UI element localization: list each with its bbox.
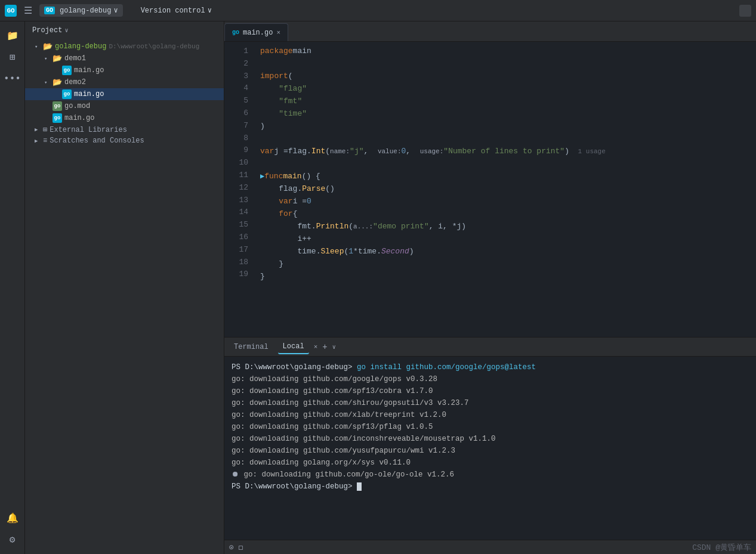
tab-bar: go main.go ×	[224, 21, 756, 42]
file-root-main-go[interactable]: go main.go	[25, 112, 224, 124]
editor-area: go main.go × 1 2 3 4 5 6 7 8 9 10 11 12 …	[224, 21, 756, 554]
folder-demo1[interactable]: ▾ 📂 demo1	[25, 52, 224, 64]
scratches-icon: ≡	[43, 137, 47, 145]
bottom-icon-2[interactable]: ◻	[239, 543, 243, 552]
go-mod-icon: go	[53, 101, 62, 111]
panel-title: Project	[32, 26, 62, 35]
code-line-18: }	[260, 258, 756, 271]
more-icon[interactable]: •••	[3, 69, 22, 88]
code-line-19: }	[260, 271, 756, 283]
tab-filename: main.go	[243, 29, 273, 37]
terminal-tab-bar: Terminal Local × + ∨	[224, 338, 756, 357]
root-main-go-icon: go	[53, 113, 62, 123]
root-main-label: main.go	[64, 114, 94, 122]
term-line-7: go: downloading github.com/yusufpapurcu/…	[232, 445, 749, 457]
root-name: golang-debug	[55, 42, 106, 51]
term-line-1: go: downloading github.com/google/gops v…	[232, 373, 749, 385]
scratches-arrow: ▶	[35, 138, 43, 144]
scratches-label: Scratches and Consoles	[50, 137, 144, 145]
main-layout: 📁 ⊞ ••• 🔔 ⚙ Project ∨ ▾ 📂 golang-debug D…	[0, 21, 756, 554]
demo2-main-label: main.go	[74, 90, 104, 98]
term-line-8: go: downloading golang.org/x/sys v0.11.0	[232, 457, 749, 469]
sidebar-bottom: 🔔 ⚙	[3, 509, 22, 549]
title-bar-right-icon	[739, 5, 751, 17]
go-badge: GO	[44, 7, 55, 14]
project-panel-header[interactable]: Project ∨	[25, 21, 224, 39]
app-logo: GO	[5, 5, 17, 17]
term-line-prompt: PS D:\wwwroot\golang-debug> go install g…	[232, 361, 749, 373]
term-line-6: go: downloading github.com/inconshreveab…	[232, 433, 749, 445]
tab-main-go[interactable]: go main.go ×	[224, 23, 288, 41]
file-demo1-main-go[interactable]: go main.go	[25, 64, 224, 76]
code-line-11: ▶ func main () {	[260, 171, 756, 183]
root-expand-arrow: ▾	[35, 44, 43, 50]
term-line-3: go: downloading github.com/shirou/gopsut…	[232, 397, 749, 409]
demo1-expand-arrow: ▾	[44, 55, 53, 62]
code-line-2	[260, 58, 756, 70]
term-line-5: go: downloading github.com/spf13/pflag v…	[232, 421, 749, 433]
root-folder-icon: 📂	[43, 42, 53, 51]
demo1-main-go-icon: go	[62, 66, 72, 75]
tab-local[interactable]: Local	[278, 340, 309, 354]
hamburger-menu[interactable]: ☰	[24, 5, 32, 17]
code-line-10	[260, 158, 756, 171]
code-line-13: var i = 0	[260, 196, 756, 208]
notification-icon[interactable]: 🔔	[3, 509, 22, 528]
bottom-bar: ⊙ ◻ CSDN @黄昏单车	[224, 540, 756, 554]
terminal-area: Terminal Local × + ∨ PS D:\wwwroot\golan…	[224, 337, 756, 540]
tab-terminal-label: Terminal	[234, 343, 269, 351]
code-line-14: for {	[260, 208, 756, 221]
code-line-6: "time"	[260, 108, 756, 120]
code-line-1: package main	[260, 45, 756, 58]
structure-icon[interactable]: ⊞	[3, 48, 22, 67]
file-demo2-main-go[interactable]: go main.go	[25, 88, 224, 100]
terminal-add-button[interactable]: +	[322, 342, 327, 352]
version-control-chevron: ∨	[208, 6, 212, 15]
code-editor[interactable]: 1 2 3 4 5 6 7 8 9 10 11 12 13 14 15 16 1…	[224, 42, 756, 337]
settings-icon[interactable]: ⚙	[3, 530, 22, 549]
demo1-folder-icon: 📂	[53, 54, 62, 63]
file-go-mod[interactable]: go go.mod	[25, 100, 224, 112]
watermark: CSDN @黄昏单车	[692, 542, 751, 553]
terminal-chevron[interactable]: ∨	[332, 343, 336, 351]
folder-demo2[interactable]: ▾ 📂 demo2	[25, 76, 224, 88]
demo2-expand-arrow: ▾	[44, 79, 53, 86]
demo1-main-label: main.go	[74, 66, 104, 75]
term-line-prompt2: PS D:\wwwroot\golang-debug>	[232, 481, 749, 493]
code-line-8	[260, 133, 756, 146]
demo1-label: demo1	[64, 54, 86, 63]
code-line-12: flag . Parse ()	[260, 183, 756, 196]
code-line-17: time . Sleep ( 1 * time . Second )	[260, 246, 756, 258]
code-content: package main import ( "flag" "fmt"	[255, 44, 756, 335]
ext-lib-label: External Libraries	[50, 126, 127, 134]
version-control-menu[interactable]: Version control ∨	[137, 4, 215, 17]
bottom-icons: ⊙ ◻	[229, 543, 243, 552]
external-libraries[interactable]: ▶ ⊞ External Libraries	[25, 124, 224, 135]
scratches-and-consoles[interactable]: ▶ ≡ Scratches and Consoles	[25, 135, 224, 146]
title-bar: GO ☰ GO golang-debug ∨ Version control ∨	[0, 0, 756, 21]
bottom-icon-1[interactable]: ⊙	[229, 543, 234, 552]
demo2-folder-icon: 📂	[53, 78, 62, 87]
project-dropdown-icon: ∨	[113, 6, 118, 15]
tab-terminal[interactable]: Terminal	[229, 341, 273, 354]
demo2-label: demo2	[64, 78, 86, 86]
term-line-2: go: downloading github.com/spf13/cobra v…	[232, 385, 749, 397]
code-line-16: i++	[260, 233, 756, 246]
tab-close-button[interactable]: ×	[276, 29, 280, 36]
tree-root[interactable]: ▾ 📂 golang-debug D:\wwwroot\golang-debug	[25, 41, 224, 52]
project-name: golang-debug	[60, 7, 111, 15]
project-selector[interactable]: GO golang-debug ∨	[39, 4, 123, 17]
project-panel: Project ∨ ▾ 📂 golang-debug D:\wwwroot\go…	[25, 21, 224, 554]
tab-go-icon: go	[232, 29, 239, 36]
terminal-content[interactable]: PS D:\wwwroot\golang-debug> go install g…	[224, 357, 756, 540]
project-icon[interactable]: 📁	[3, 26, 22, 45]
root-path: D:\wwwroot\golang-debug	[109, 43, 199, 50]
line-numbers: 1 2 3 4 5 6 7 8 9 10 11 12 13 14 15 16 1…	[224, 44, 255, 335]
tab-local-label: Local	[283, 342, 304, 351]
version-control-label: Version control	[141, 7, 205, 15]
code-line-7: )	[260, 120, 756, 133]
demo2-main-go-icon: go	[62, 89, 72, 99]
code-line-3: import (	[260, 70, 756, 83]
terminal-local-close[interactable]: ×	[314, 343, 318, 351]
run-button[interactable]: ▶	[260, 171, 264, 182]
